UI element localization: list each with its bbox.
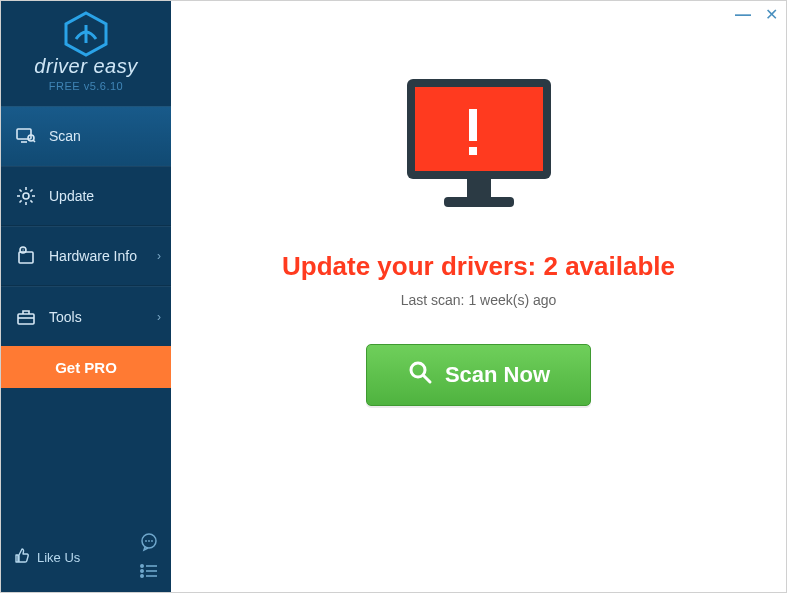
- menu-list-icon[interactable]: [139, 563, 159, 582]
- info-device-icon: i: [15, 246, 37, 266]
- svg-point-26: [141, 570, 143, 572]
- svg-line-5: [33, 140, 35, 142]
- svg-rect-15: [19, 252, 33, 263]
- svg-line-37: [424, 376, 430, 382]
- scan-now-button[interactable]: Scan Now: [366, 344, 591, 406]
- close-button[interactable]: ✕: [765, 7, 778, 23]
- svg-rect-34: [467, 179, 491, 197]
- update-headline: Update your drivers: 2 available: [282, 251, 675, 282]
- thumbs-up-icon: [13, 547, 31, 568]
- svg-point-24: [141, 565, 143, 567]
- scan-content: Update your drivers: 2 available Last sc…: [171, 1, 786, 592]
- svg-point-21: [145, 540, 147, 542]
- app-version: FREE v5.6.10: [49, 80, 123, 92]
- gear-icon: [15, 186, 37, 206]
- window-controls: — ✕: [735, 7, 778, 23]
- sidebar-item-scan[interactable]: Scan: [1, 106, 171, 166]
- svg-point-22: [148, 540, 150, 542]
- app-window: driver easy FREE v5.6.10 Scan Update i: [0, 0, 787, 593]
- get-pro-button[interactable]: Get PRO: [1, 346, 171, 388]
- svg-rect-35: [444, 197, 514, 207]
- svg-rect-31: [415, 87, 543, 171]
- like-us-button[interactable]: Like Us: [13, 547, 80, 568]
- svg-point-28: [141, 575, 143, 577]
- scan-now-label: Scan Now: [445, 362, 550, 388]
- feedback-chat-icon[interactable]: [139, 532, 159, 555]
- sidebar-item-label: Scan: [49, 128, 81, 144]
- svg-line-13: [20, 200, 22, 202]
- svg-line-11: [20, 190, 22, 192]
- search-icon: [407, 359, 433, 391]
- svg-point-23: [151, 540, 153, 542]
- svg-text:i: i: [22, 247, 23, 253]
- sidebar-bottom: Like Us: [1, 524, 171, 592]
- chevron-right-icon: ›: [157, 249, 161, 263]
- svg-rect-33: [469, 147, 477, 155]
- monitor-search-icon: [15, 127, 37, 145]
- like-us-label: Like Us: [37, 550, 80, 565]
- sidebar-item-label: Tools: [49, 309, 82, 325]
- sidebar-nav: Scan Update i Hardware Info › Tools: [1, 106, 171, 346]
- svg-point-6: [23, 193, 29, 199]
- svg-rect-2: [17, 129, 31, 139]
- app-logo-block: driver easy FREE v5.6.10: [1, 1, 171, 100]
- sidebar-item-update[interactable]: Update: [1, 166, 171, 226]
- last-scan-text: Last scan: 1 week(s) ago: [401, 292, 557, 308]
- sidebar-item-hardware-info[interactable]: i Hardware Info ›: [1, 226, 171, 286]
- svg-line-14: [30, 190, 32, 192]
- main-panel: — ✕ Update your drivers: 2 available Las…: [171, 1, 786, 592]
- get-pro-label: Get PRO: [55, 359, 117, 376]
- sidebar-item-tools[interactable]: Tools ›: [1, 286, 171, 346]
- svg-point-36: [411, 363, 425, 377]
- chevron-right-icon: ›: [157, 310, 161, 324]
- minimize-button[interactable]: —: [735, 7, 751, 23]
- sidebar-spacer: [1, 388, 171, 524]
- svg-rect-32: [469, 109, 477, 141]
- hexagon-logo-icon: [62, 11, 110, 57]
- app-name: driver easy: [34, 55, 137, 78]
- svg-line-12: [30, 200, 32, 202]
- sidebar: driver easy FREE v5.6.10 Scan Update i: [1, 1, 171, 592]
- toolbox-icon: [15, 308, 37, 326]
- monitor-alert-illustration: [389, 71, 569, 225]
- sidebar-item-label: Update: [49, 188, 94, 204]
- sidebar-quick-icons: [139, 532, 159, 582]
- svg-rect-18: [18, 314, 34, 324]
- sidebar-item-label: Hardware Info: [49, 248, 137, 264]
